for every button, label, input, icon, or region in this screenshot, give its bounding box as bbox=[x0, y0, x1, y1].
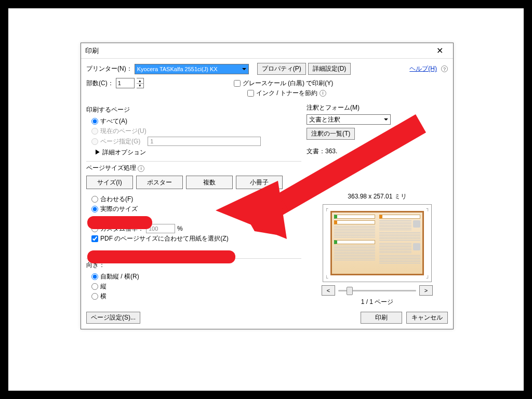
copies-stepper[interactable]: ▲▼ bbox=[137, 78, 144, 88]
annotation-highlight bbox=[87, 250, 235, 263]
titlebar: 印刷 ✕ bbox=[81, 43, 453, 59]
help-icon[interactable]: ? bbox=[441, 65, 448, 72]
advanced-button[interactable]: 詳細設定(D) bbox=[308, 63, 351, 75]
pages-all-radio[interactable]: すべて(A) bbox=[86, 116, 301, 126]
print-button[interactable]: 印刷 bbox=[361, 312, 402, 324]
chevron-up-icon: ▲ bbox=[137, 78, 143, 84]
fit-radio[interactable]: 合わせる(F) bbox=[86, 194, 301, 204]
info-icon[interactable]: i bbox=[138, 165, 144, 172]
preview-caption: 363.98 x 257.01 ミリ bbox=[307, 192, 448, 201]
close-icon: ✕ bbox=[436, 46, 443, 56]
print-dialog: 印刷 ✕ プリンター(N)： Kyocera TASKalfa 2551ci(J… bbox=[81, 43, 454, 329]
pages-range-input[interactable] bbox=[148, 137, 261, 146]
dialog-title: 印刷 bbox=[85, 46, 430, 56]
orient-auto-radio[interactable]: 自動縦 / 横(R) bbox=[86, 272, 301, 282]
tab-size[interactable]: サイズ(I) bbox=[86, 176, 133, 189]
tab-poster[interactable]: ポスター bbox=[136, 176, 183, 189]
printer-label: プリンター(N)： bbox=[86, 64, 132, 73]
preview-next-button[interactable]: > bbox=[419, 285, 433, 296]
info-icon[interactable]: i bbox=[320, 90, 326, 97]
choose-paper-checkbox[interactable]: PDF のページサイズに合わせて用紙を選択(Z) bbox=[86, 234, 301, 244]
copies-value: 1 bbox=[118, 80, 121, 86]
page-indicator: 1 / 1 ページ bbox=[307, 298, 448, 307]
annotation-highlight bbox=[87, 216, 152, 229]
pages-range-radio[interactable]: ページ指定(G) bbox=[86, 136, 301, 147]
chevron-down-icon: ▼ bbox=[137, 84, 143, 88]
tab-multiple[interactable]: 複数 bbox=[186, 176, 233, 189]
scale-unit: % bbox=[177, 225, 183, 232]
actual-radio[interactable]: 実際のサイズ bbox=[86, 204, 301, 214]
preview-nav: < > bbox=[307, 285, 448, 296]
cancel-button[interactable]: キャンセル bbox=[406, 312, 448, 324]
properties-button[interactable]: プロパティ(P) bbox=[257, 63, 306, 75]
orient-portrait-radio[interactable]: 縦 bbox=[86, 282, 301, 291]
preview-prev-button[interactable]: < bbox=[322, 285, 335, 296]
comments-select[interactable]: 文書と注釈 bbox=[307, 114, 391, 125]
printer-select[interactable]: Kyocera TASKalfa 2551ci(J) KX bbox=[135, 64, 249, 74]
orient-landscape-radio[interactable]: 横 bbox=[86, 291, 301, 301]
copies-label: 部数(C)： bbox=[86, 79, 114, 88]
pages-more-options[interactable]: ▶ 詳細オプション bbox=[86, 147, 301, 157]
page-setup-button[interactable]: ページ設定(S)... bbox=[86, 312, 140, 324]
preview-page bbox=[330, 211, 424, 275]
grayscale-checkbox[interactable]: グレースケール (白黒) で印刷(Y) bbox=[234, 78, 334, 88]
doc-size-label: 文書：363.xx x xxx.xx mm bbox=[307, 148, 380, 155]
tab-booklet[interactable]: 小冊子 bbox=[236, 176, 283, 189]
slider-thumb[interactable] bbox=[347, 287, 353, 295]
summary-button[interactable]: 注釈の一覧(T) bbox=[307, 128, 355, 140]
grayscale-label: グレースケール (白黒) で印刷(Y) bbox=[243, 79, 334, 88]
saveink-label: インク / トナーを節約 bbox=[256, 89, 317, 98]
saveink-checkbox[interactable]: インク / トナーを節約 bbox=[247, 88, 317, 98]
preview: ┌ ┐ └ ┘ bbox=[323, 204, 432, 282]
pages-current-radio[interactable]: 現在のページ(U) bbox=[86, 126, 301, 136]
close-button[interactable]: ✕ bbox=[430, 44, 449, 58]
preview-slider[interactable] bbox=[338, 290, 416, 291]
sizing-title: ページサイズ処理 i bbox=[86, 164, 301, 172]
printer-value: Kyocera TASKalfa 2551ci(J) KX bbox=[137, 66, 218, 72]
pages-title: 印刷するページ bbox=[86, 105, 301, 114]
copies-input[interactable]: 1 bbox=[116, 78, 135, 88]
help-link[interactable]: ヘルプ(H) bbox=[409, 64, 437, 73]
comments-title: 注釈とフォーム(M) bbox=[307, 103, 448, 112]
